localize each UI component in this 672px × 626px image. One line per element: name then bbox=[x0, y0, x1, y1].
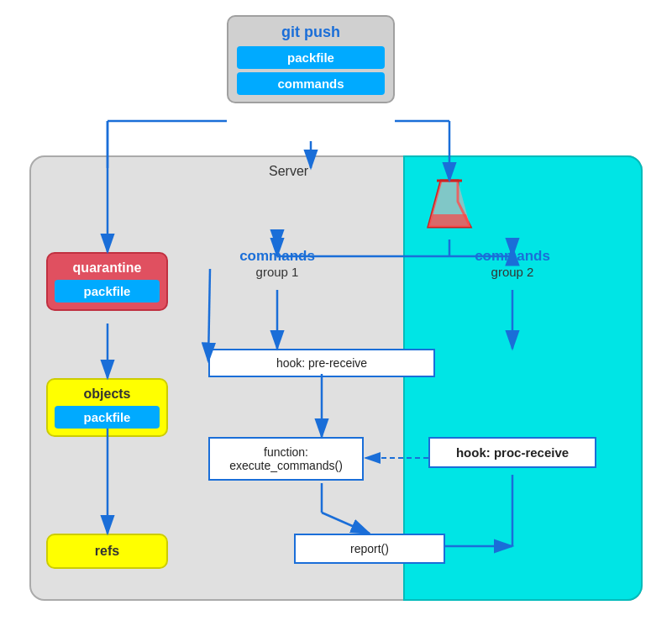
function-box: function:execute_commands() bbox=[208, 437, 364, 481]
quarantine-box: quarantine packfile bbox=[46, 252, 168, 311]
cmd-group2-sub: group 2 bbox=[445, 265, 580, 279]
objects-label: objects bbox=[55, 387, 160, 402]
cmd-group2-title: commands bbox=[445, 248, 580, 265]
cmd-group2: commands group 2 bbox=[445, 248, 580, 279]
cmd-group1: commands group 1 bbox=[210, 248, 344, 279]
packfile-block-top: packfile bbox=[237, 46, 385, 69]
refs-label: refs bbox=[55, 544, 160, 559]
hook-prereceive-box: hook: pre-receive bbox=[208, 349, 435, 377]
objects-packfile: packfile bbox=[55, 406, 160, 429]
cmd-group1-title: commands bbox=[210, 248, 344, 265]
quarantine-label: quarantine bbox=[55, 260, 160, 276]
cmd-group1-sub: group 1 bbox=[210, 265, 344, 279]
objects-box: objects packfile bbox=[46, 378, 168, 437]
refs-box: refs bbox=[46, 534, 168, 569]
commands-block-top: commands bbox=[237, 72, 385, 95]
hook-procreceive-box: hook: proc-receive bbox=[428, 437, 596, 468]
git-push-box: git push packfile commands bbox=[227, 15, 395, 103]
report-box: report() bbox=[294, 534, 445, 564]
quarantine-packfile: packfile bbox=[55, 280, 160, 302]
function-label: function:execute_commands() bbox=[229, 445, 343, 472]
flask-icon bbox=[424, 176, 475, 235]
svg-marker-3 bbox=[428, 214, 470, 227]
server-label: Server bbox=[269, 164, 308, 179]
git-push-title: git push bbox=[237, 24, 385, 41]
diagram: Server git push packfile commands quaran… bbox=[0, 0, 672, 626]
